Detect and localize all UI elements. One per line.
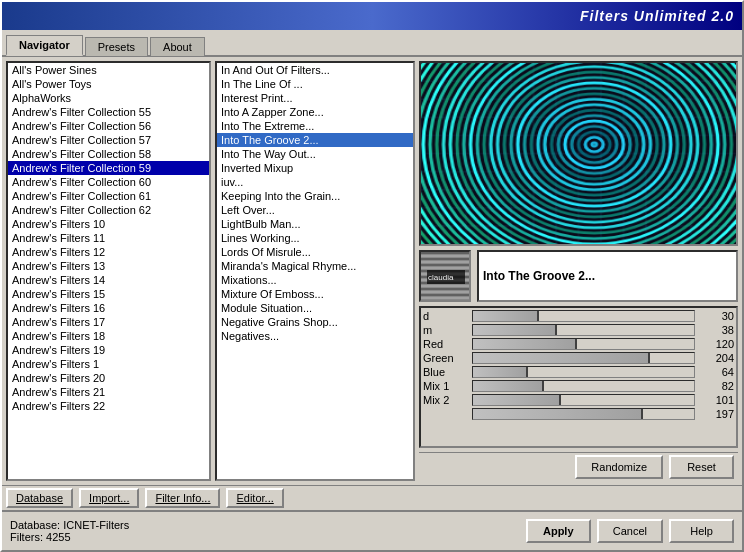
right-list-item[interactable]: Interest Print... (217, 91, 413, 105)
param-label: Mix 2 (423, 394, 468, 406)
param-slider[interactable] (472, 380, 695, 392)
right-list-item[interactable]: Negative Grains Shop... (217, 315, 413, 329)
param-row: Mix 2101 (423, 394, 734, 406)
right-toolbar: Randomize Reset (419, 452, 738, 481)
params-area: d30m38Red120Green204Blue64Mix 182Mix 210… (419, 306, 738, 448)
param-slider[interactable] (472, 338, 695, 350)
right-list-item[interactable]: Inverted Mixup (217, 161, 413, 175)
param-label: Mix 1 (423, 380, 468, 392)
database-button[interactable]: Database (6, 488, 73, 508)
status-bar: Database: ICNET-Filters Filters: 4255 Ap… (2, 510, 742, 550)
right-list-item[interactable]: Left Over... (217, 203, 413, 217)
left-list-item[interactable]: Andrew's Filters 12 (8, 245, 209, 259)
left-list-item[interactable]: Andrew's Filters 13 (8, 259, 209, 273)
tab-presets[interactable]: Presets (85, 37, 148, 56)
left-list-item[interactable]: Andrew's Filters 11 (8, 231, 209, 245)
apply-button[interactable]: Apply (526, 519, 591, 543)
tab-about[interactable]: About (150, 37, 205, 56)
left-list-item[interactable]: Andrew's Filter Collection 62 (8, 203, 209, 217)
left-list-item[interactable]: Andrew's Filter Collection 55 (8, 105, 209, 119)
left-list-item[interactable]: Andrew's Filter Collection 59 (8, 161, 209, 175)
param-row: Green204 (423, 352, 734, 364)
left-list-item[interactable]: Andrew's Filter Collection 61 (8, 189, 209, 203)
param-slider[interactable] (472, 352, 695, 364)
right-panel: Into The Groove 2... d30m38Red120Green20… (419, 61, 738, 481)
left-list-item[interactable]: Andrew's Filters 1 (8, 357, 209, 371)
tab-navigator[interactable]: Navigator (6, 35, 83, 56)
right-list-item[interactable]: Mixture Of Emboss... (217, 287, 413, 301)
thumbnail-canvas (421, 252, 471, 302)
right-list-item[interactable]: Lords Of Misrule... (217, 245, 413, 259)
param-slider[interactable] (472, 408, 695, 420)
left-list-item[interactable]: Andrew's Filters 16 (8, 301, 209, 315)
right-list-item[interactable]: Into The Way Out... (217, 147, 413, 161)
left-list-item[interactable]: Andrew's Filter Collection 56 (8, 119, 209, 133)
param-slider[interactable] (472, 310, 695, 322)
filter-list[interactable]: In And Out Of Filters...In The Line Of .… (215, 61, 415, 481)
content-area: All's Power SinesAll's Power ToysAlphaWo… (2, 57, 742, 485)
filter-thumbnail (419, 250, 471, 302)
left-list-item[interactable]: Andrew's Filters 10 (8, 217, 209, 231)
filters-label: Filters: (10, 531, 43, 543)
param-value: 82 (699, 380, 734, 392)
left-list-item[interactable]: Andrew's Filters 18 (8, 329, 209, 343)
right-list-item[interactable]: In And Out Of Filters... (217, 63, 413, 77)
right-list-item[interactable]: Into The Extreme... (217, 119, 413, 133)
left-list-item[interactable]: AlphaWorks (8, 91, 209, 105)
left-list-item[interactable]: Andrew's Filters 20 (8, 371, 209, 385)
right-list-item[interactable]: LightBulb Man... (217, 217, 413, 231)
param-row: d30 (423, 310, 734, 322)
left-list-item[interactable]: Andrew's Filters 15 (8, 287, 209, 301)
right-list-item[interactable]: Lines Working... (217, 231, 413, 245)
editor-button[interactable]: Editor... (226, 488, 283, 508)
left-list-item[interactable]: Andrew's Filters 21 (8, 385, 209, 399)
right-list-item[interactable]: Into The Groove 2... (217, 133, 413, 147)
left-list-item[interactable]: Andrew's Filters 19 (8, 343, 209, 357)
param-row: Mix 182 (423, 380, 734, 392)
param-slider[interactable] (472, 366, 695, 378)
left-list-item[interactable]: Andrew's Filter Collection 57 (8, 133, 209, 147)
action-buttons: Apply Cancel Help (526, 519, 734, 543)
right-list-item[interactable]: In The Line Of ... (217, 77, 413, 91)
param-value: 204 (699, 352, 734, 364)
param-label: d (423, 310, 468, 322)
param-row: m38 (423, 324, 734, 336)
preview-canvas (421, 63, 736, 244)
param-row: Red120 (423, 338, 734, 350)
left-list-item[interactable]: All's Power Sines (8, 63, 209, 77)
param-value: 64 (699, 366, 734, 378)
right-list-item[interactable]: Keeping Into the Grain... (217, 189, 413, 203)
title-bar-text: Filters Unlimited 2.0 (580, 8, 734, 24)
filter-name-text: Into The Groove 2... (483, 269, 595, 283)
import-button[interactable]: Import... (79, 488, 139, 508)
category-list[interactable]: All's Power SinesAll's Power ToysAlphaWo… (6, 61, 211, 481)
filters-value: 4255 (46, 531, 70, 543)
cancel-button[interactable]: Cancel (597, 519, 663, 543)
filter-info-row: Into The Groove 2... (419, 250, 738, 302)
param-value: 30 (699, 310, 734, 322)
tab-bar: Navigator Presets About (2, 30, 742, 57)
apply-wrapper: Apply (526, 519, 591, 543)
help-button[interactable]: Help (669, 519, 734, 543)
left-list-item[interactable]: Andrew's Filters 14 (8, 273, 209, 287)
filter-info-button[interactable]: Filter Info... (145, 488, 220, 508)
left-list-item[interactable]: Andrew's Filter Collection 58 (8, 147, 209, 161)
right-list-item[interactable]: Mixations... (217, 273, 413, 287)
status-text: Database: ICNET-Filters Filters: 4255 (10, 519, 518, 543)
param-slider[interactable] (472, 394, 695, 406)
left-list-item[interactable]: Andrew's Filters 22 (8, 399, 209, 413)
param-slider[interactable] (472, 324, 695, 336)
right-list-item[interactable]: iuv... (217, 175, 413, 189)
database-value: ICNET-Filters (63, 519, 129, 531)
right-list-item[interactable]: Into A Zapper Zone... (217, 105, 413, 119)
right-list-item[interactable]: Negatives... (217, 329, 413, 343)
left-list-item[interactable]: Andrew's Filter Collection 60 (8, 175, 209, 189)
left-list-item[interactable]: Andrew's Filters 17 (8, 315, 209, 329)
left-list-item[interactable]: All's Power Toys (8, 77, 209, 91)
param-label: Red (423, 338, 468, 350)
param-row: 197 (423, 408, 734, 420)
right-list-item[interactable]: Module Situation... (217, 301, 413, 315)
randomize-button[interactable]: Randomize (575, 455, 663, 479)
right-list-item[interactable]: Miranda's Magical Rhyme... (217, 259, 413, 273)
reset-button[interactable]: Reset (669, 455, 734, 479)
